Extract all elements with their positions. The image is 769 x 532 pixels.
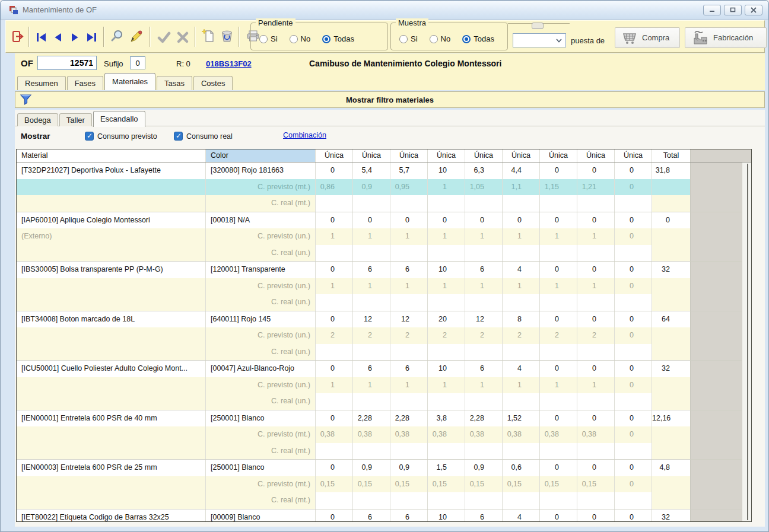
consumo-real-label[interactable]: C. real (mt.) [206,195,316,212]
material-note-cell[interactable]: (Externo) [17,228,206,245]
real-qty-cell[interactable] [503,294,540,311]
last-record-button[interactable] [83,29,100,46]
qty-cell[interactable]: 1,52 [503,410,540,427]
qty-cell[interactable]: 6 [465,509,503,523]
column-header-color[interactable]: Color [206,149,316,162]
real-qty-cell[interactable] [540,245,577,262]
real-qty-cell[interactable] [353,195,390,212]
color-cell[interactable]: [00018] N/A [206,212,316,229]
color-cell[interactable]: [250001] Blanco [206,460,316,476]
material-cell[interactable]: [IET80022] Etiqueta Codigo de Barras 32x… [17,509,206,523]
previsto-qty-cell[interactable]: 2 [540,327,577,344]
previsto-qty-cell[interactable]: 1 [390,377,428,394]
qty-cell[interactable]: 0 [540,410,577,427]
qty-cell[interactable]: 0 [316,163,353,179]
table-row-consumo-previsto[interactable]: C. previsto (mt.)0,380,380,380,380,380,3… [17,426,751,443]
previsto-qty-cell[interactable]: 0,38 [316,426,353,443]
real-qty-cell[interactable] [428,492,465,509]
qty-cell[interactable]: 0 [316,361,353,377]
qty-cell[interactable]: 0 [316,410,353,427]
previsto-qty-cell[interactable]: 1 [465,228,503,245]
total-empty-cell[interactable] [652,278,691,295]
material-empty-cell[interactable] [17,443,206,460]
column-header-unica-6[interactable]: Única [503,149,540,162]
qty-cell[interactable]: 0 [577,460,615,476]
tab-materiales[interactable]: Materiales [104,73,155,90]
real-qty-cell[interactable] [465,443,503,460]
real-qty-cell[interactable] [503,443,540,460]
qty-cell[interactable]: 4 [503,509,540,523]
qty-cell[interactable]: 10 [428,509,465,523]
total-empty-cell[interactable] [652,492,691,509]
qty-cell[interactable]: 6 [390,262,428,278]
total-empty-cell[interactable] [652,228,691,245]
exit-button[interactable] [9,28,26,44]
column-header-unica-1[interactable]: Única [316,149,353,162]
consumo-previsto-label[interactable]: C. previsto (mt.) [206,476,316,493]
real-qty-cell[interactable] [465,294,503,311]
qty-cell[interactable]: 0 [316,509,353,523]
qty-cell[interactable]: 6 [465,361,503,377]
material-empty-cell[interactable] [17,195,206,212]
material-cell[interactable]: [IAP60010] Aplique Colegio Montessori [17,212,206,229]
column-header-unica-2[interactable]: Única [353,149,390,162]
real-qty-cell[interactable] [577,393,615,410]
material-empty-cell[interactable] [17,344,206,361]
real-qty-cell[interactable] [390,344,428,361]
total-empty-cell[interactable] [652,245,691,262]
combinacion-link[interactable]: Combinación [283,131,326,139]
previsto-qty-cell[interactable]: 1 [316,278,353,295]
maximize-button[interactable] [724,5,742,15]
qty-cell[interactable]: 2,28 [390,410,428,427]
previsto-qty-cell[interactable]: 1 [353,228,390,245]
qty-cell[interactable]: 0 [615,509,652,523]
qty-cell[interactable]: 0 [316,262,353,278]
total-empty-cell[interactable] [652,344,691,361]
table-row-consumo-previsto[interactable]: C. previsto (mt.)0,150,150,150,150,150,1… [17,476,751,493]
real-qty-cell[interactable] [503,492,540,509]
consumo-previsto-label[interactable]: C. previsto (mt.) [206,179,316,196]
previsto-qty-cell[interactable]: 2 [390,327,428,344]
previsto-qty-cell[interactable]: 0,15 [353,476,390,493]
real-qty-cell[interactable] [577,492,615,509]
real-qty-cell[interactable] [465,393,503,410]
table-row-consumo-previsto[interactable]: (Externo)C. previsto (un.)111111110 [17,228,751,245]
previsto-qty-cell[interactable]: 1 [428,228,465,245]
qty-cell[interactable]: 10 [428,262,465,278]
real-qty-cell[interactable] [615,344,652,361]
total-empty-cell[interactable] [652,426,691,443]
qty-cell[interactable]: 0,9 [465,460,503,476]
qty-cell[interactable]: 3,8 [428,410,465,427]
radio-pendiente-no[interactable]: No [290,34,311,43]
qty-cell[interactable]: 0 [540,460,577,476]
previsto-qty-cell[interactable]: 1 [540,228,577,245]
real-qty-cell[interactable] [540,443,577,460]
qty-cell[interactable]: 6 [465,262,503,278]
total-empty-cell[interactable] [652,327,691,344]
real-qty-cell[interactable] [316,492,353,509]
consumo-previsto-label[interactable]: C. previsto (un.) [206,278,316,295]
material-cell[interactable]: [IEN00003] Entretela 600 PSR de 25 mm [17,460,206,476]
total-cell[interactable]: 64 [652,311,691,328]
total-cell[interactable]: 0 [652,212,691,229]
table-row-material[interactable]: [T32DP21027] Deportiva Polux - Lafayette… [17,163,751,179]
previsto-qty-cell[interactable]: 1 [540,278,577,295]
qty-cell[interactable]: 0 [615,460,652,476]
qty-cell[interactable]: 5,7 [390,163,428,179]
table-row-consumo-previsto[interactable]: C. previsto (un.)111111110 [17,278,751,295]
consumo-real-label[interactable]: C. real (mt.) [206,443,316,460]
previsto-qty-cell[interactable]: 1 [353,278,390,295]
subtab-taller[interactable]: Taller [59,113,92,126]
column-header-unica-7[interactable]: Única [540,149,577,162]
real-qty-cell[interactable] [316,344,353,361]
real-qty-cell[interactable] [390,195,428,212]
qty-cell[interactable]: 6,3 [465,163,503,179]
real-qty-cell[interactable] [615,195,652,212]
cancel-button[interactable] [174,29,191,46]
previsto-qty-cell[interactable]: 0 [615,426,652,443]
real-qty-cell[interactable] [316,195,353,212]
real-qty-cell[interactable] [428,393,465,410]
total-empty-cell[interactable] [652,443,691,460]
tab-tasas[interactable]: Tasas [157,76,192,90]
color-cell[interactable]: [320080] Rojo 181663 [206,163,316,179]
